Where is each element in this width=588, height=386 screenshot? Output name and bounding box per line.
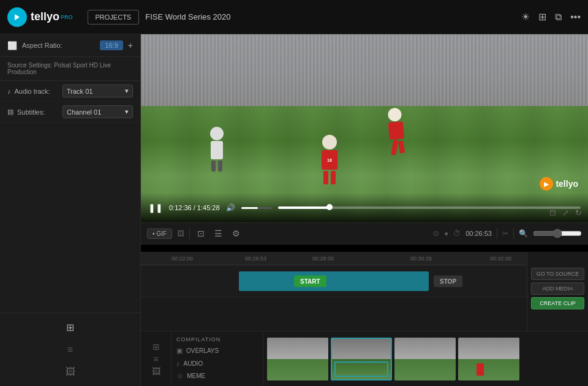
go-to-source-button[interactable]: GO TO SOURCE — [531, 268, 584, 280]
subtitles-row: ▤ Subtitles: Channel 01 ▾ — [0, 102, 140, 123]
aspect-ratio-label: Aspect Ratio: — [22, 42, 62, 49]
player-2: 18 — [320, 135, 339, 181]
clip-thumb-1[interactable] — [267, 338, 328, 380]
stop-button[interactable]: STOP — [434, 275, 462, 287]
toolbar-divider-2 — [497, 228, 497, 239]
zoom-slider[interactable] — [533, 229, 582, 238]
player-indicator — [477, 363, 484, 376]
crowd-pattern — [141, 34, 588, 106]
start-button[interactable]: START — [294, 275, 326, 287]
progress-thumb — [326, 204, 333, 210]
watermark-icon: ▶ — [540, 177, 553, 191]
subtitles-icon: ▤ — [7, 108, 13, 116]
ruler-mark-1: 00:22:00 — [172, 255, 193, 262]
aspect-ratio-plus[interactable]: + — [128, 40, 133, 50]
timeline-area: 00:22:00 00:26:53 00:28:00 00:30:26 00:3… — [141, 252, 588, 386]
watermark-text: tellyo — [556, 179, 578, 189]
audio-track-select[interactable]: Track 01 ▾ — [62, 85, 133, 97]
panel-icon-2[interactable]: ≡ — [153, 354, 158, 364]
audio-icon: ♪ — [176, 360, 180, 367]
progress-bar[interactable] — [278, 206, 581, 209]
overlays-label: OVERLAYS — [186, 347, 219, 354]
volume-bar[interactable] — [241, 207, 272, 209]
svg-marker-0 — [15, 14, 20, 20]
share-icon[interactable]: ⧉ — [555, 12, 562, 23]
target-icon: ⊙ — [433, 229, 439, 238]
clip-2-content — [332, 339, 391, 379]
toolbar-divider-1 — [189, 228, 190, 239]
meme-category[interactable]: ☺ MEME — [176, 371, 258, 380]
overlays-icon: ▣ — [176, 347, 183, 355]
video-tellyo-watermark: ▶ tellyo — [540, 177, 578, 191]
timeline-action-panel: GO TO SOURCE ADD MEDIA CREATE CLIP — [527, 252, 588, 331]
more-icon[interactable]: ••• — [570, 12, 581, 23]
panel-icon-1[interactable]: ⊞ — [153, 342, 160, 352]
compilation-title: COMPILATION — [176, 336, 258, 342]
compilation-panel: ⊞ ≡ 🖼 COMPILATION ▣ OVERLAYS ♪ AUDIO — [141, 331, 588, 386]
logo: tellyo PRO — [7, 7, 73, 27]
toolbar-row: • GIF 🖼 ⊡ ☰ ⚙ ⊙ ● ⏱ 00:26:53 ✂ 🔍 — [141, 222, 588, 244]
grid-icon[interactable]: ⊞ — [538, 11, 546, 23]
timeline-main: 00:22:00 00:26:53 00:28:00 00:30:26 00:3… — [141, 252, 588, 331]
aspect-ratio-row: ⬜ Aspect Ratio: 16:9 + — [0, 34, 140, 57]
overlays-category[interactable]: ▣ OVERLAYS — [176, 346, 258, 355]
video-controls: ❚❚ 0:12:36 / 1:45:28 🔊 — [141, 193, 588, 222]
settings-icon[interactable]: ☀ — [521, 11, 530, 23]
list-icon[interactable]: ☰ — [212, 227, 225, 240]
subtitles-select[interactable]: Channel 01 ▾ — [62, 105, 133, 118]
clip-thumb-3[interactable] — [394, 338, 456, 380]
left-panel-top: ⬜ Aspect Ratio: 16:9 + Source Settings: … — [0, 34, 140, 123]
photo-icon[interactable]: 🖼 — [177, 229, 184, 238]
panel-icon-3[interactable]: 🖼 — [152, 366, 160, 376]
audio-category[interactable]: ♪ AUDIO — [176, 359, 258, 368]
panel-grid-icon[interactable]: ⊞ — [64, 319, 77, 336]
progress-fill — [278, 206, 330, 209]
track-1: START STOP — [141, 265, 527, 297]
clip-block[interactable] — [239, 271, 429, 291]
clip-thumb-2[interactable] — [331, 338, 392, 380]
clip-4-content — [458, 338, 519, 380]
panel-list-icon[interactable]: ≡ — [65, 342, 75, 358]
clock-icon: ⏱ — [453, 229, 461, 238]
ruler-mark-5: 00:32:00 — [490, 255, 511, 262]
volume-icon[interactable]: 🔊 — [226, 203, 235, 212]
toolbar-divider-3 — [513, 228, 514, 239]
clip-1-content — [267, 338, 328, 380]
settings-icon-toolbar[interactable]: ⚙ — [230, 227, 243, 240]
gif-tag[interactable]: • GIF — [147, 229, 172, 239]
audio-track-row: ♪ Audio track: Track 01 ▾ — [0, 81, 140, 102]
left-panel-icons: ⊞ ≡ 🖼 — [0, 312, 140, 386]
aspect-ratio-icon: ⬜ — [7, 41, 17, 50]
ruler-mark-2: 00:26:53 — [245, 255, 266, 262]
scissors-icon[interactable]: ✂ — [502, 229, 508, 238]
meme-label: MEME — [187, 373, 205, 379]
projects-button[interactable]: PROJECTS — [88, 10, 140, 25]
clip-icon[interactable]: ⊡ — [195, 227, 207, 240]
pause-button[interactable]: ❚❚ — [148, 203, 163, 213]
dot-icon: ● — [444, 229, 448, 238]
video-player-wrapper: 18 ▶ t — [141, 34, 588, 252]
zoom-icon[interactable]: 🔍 — [519, 229, 528, 238]
aspect-ratio-value[interactable]: 16:9 — [100, 40, 123, 50]
timeline-time: 00:26:53 — [466, 230, 492, 237]
ruler-mark-4: 00:30:26 — [410, 255, 432, 262]
logo-icon — [7, 7, 27, 27]
audio-icon: ♪ — [7, 88, 11, 95]
add-media-button[interactable]: ADD MEDIA — [531, 282, 584, 295]
audio-label: AUDIO — [184, 360, 203, 367]
panel-image-icon[interactable]: 🖼 — [63, 364, 78, 380]
chevron-down-icon-sub: ▾ — [125, 108, 129, 116]
left-panel: ⬜ Aspect Ratio: 16:9 + Source Settings: … — [0, 34, 141, 386]
video-frame: 18 ▶ t — [141, 34, 588, 222]
player-3 — [385, 107, 407, 157]
clip-3-content — [394, 338, 456, 380]
create-clip-button[interactable]: CREATE CLIP — [531, 297, 584, 309]
main-layout: ⬜ Aspect Ratio: 16:9 + Source Settings: … — [0, 34, 588, 386]
time-display: 0:12:36 / 1:45:28 — [169, 204, 220, 211]
clip-thumb-4[interactable] — [458, 338, 519, 380]
toolbar-right: ⊙ ● ⏱ 00:26:53 ✂ 🔍 — [433, 228, 582, 239]
left-panel-spacer — [0, 123, 140, 312]
topbar-actions: ☀ ⊞ ⧉ ••• — [521, 11, 581, 23]
compilation-sidebar-icons: ⊞ ≡ 🖼 — [141, 331, 172, 386]
meme-icon: ☺ — [176, 372, 183, 379]
